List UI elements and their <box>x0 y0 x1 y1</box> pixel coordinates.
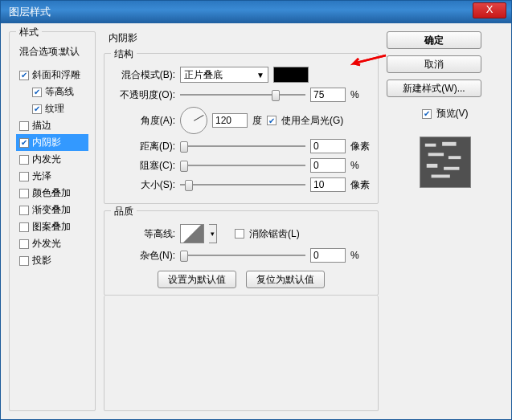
color-swatch[interactable] <box>273 67 309 83</box>
choke-input[interactable] <box>310 158 346 173</box>
style-item-label: 内阴影 <box>32 136 61 149</box>
style-item-6[interactable]: 光泽 <box>16 168 88 185</box>
style-checkbox[interactable] <box>19 155 29 165</box>
noise-slider[interactable] <box>180 249 305 262</box>
opacity-input[interactable] <box>310 88 346 102</box>
angle-unit: 度 <box>252 114 262 128</box>
global-light-label: 使用全局光(G) <box>281 114 343 128</box>
noise-label: 杂色(N): <box>111 249 175 263</box>
styles-header: 样式 <box>16 26 42 39</box>
make-default-button[interactable]: 设置为默认值 <box>158 271 236 288</box>
new-style-button[interactable]: 新建样式(W)... <box>387 80 481 97</box>
size-unit: 像素 <box>350 178 371 192</box>
style-list: 混合选项:默认 斜面和浮雕等高线纹理描边内阴影内发光光泽颜色叠加渐变叠加图案叠加… <box>16 43 88 269</box>
distance-unit: 像素 <box>350 140 371 153</box>
angle-input[interactable] <box>212 113 248 128</box>
annotation-arrow-icon <box>347 54 387 67</box>
reset-default-button[interactable]: 复位为默认值 <box>246 271 325 288</box>
style-item-label: 图案叠加 <box>32 220 71 234</box>
style-checkbox[interactable] <box>19 206 29 215</box>
layer-style-dialog: 图层样式 X 样式 混合选项:默认 斜面和浮雕等高线纹理描边内阴影内发光光泽颜色… <box>0 0 512 420</box>
style-item-label: 斜面和浮雕 <box>32 68 80 82</box>
cancel-button[interactable]: 取消 <box>387 55 481 73</box>
angle-dial[interactable] <box>180 107 207 134</box>
style-item-4[interactable]: 内阴影 <box>16 134 88 151</box>
panel-title: 内阴影 <box>109 31 379 45</box>
style-checkbox[interactable] <box>32 88 42 97</box>
style-item-label: 描边 <box>32 119 51 133</box>
style-checkbox[interactable] <box>19 222 29 232</box>
preview-checkbox[interactable] <box>422 109 432 119</box>
noise-input[interactable] <box>310 248 346 263</box>
opacity-slider[interactable] <box>180 88 305 101</box>
style-item-label: 等高线 <box>45 85 74 99</box>
ok-button[interactable]: 确定 <box>387 31 481 49</box>
choke-label: 阻塞(C): <box>111 159 175 173</box>
distance-label: 距离(D): <box>111 140 175 153</box>
style-item-3[interactable]: 描边 <box>16 117 88 134</box>
style-checkbox[interactable] <box>19 172 29 181</box>
style-item-5[interactable]: 内发光 <box>16 151 88 168</box>
close-button[interactable]: X <box>473 2 506 18</box>
style-item-0[interactable]: 斜面和浮雕 <box>16 67 88 84</box>
style-item-label: 内发光 <box>32 153 61 166</box>
structure-group: 结构 混合模式(B): 正片叠底 ▼ 不透明度(O): % 角度( <box>104 53 379 204</box>
titlebar: 图层样式 X <box>1 1 511 23</box>
angle-label: 角度(A): <box>111 114 175 128</box>
antialias-label: 消除锯齿(L) <box>249 227 300 241</box>
style-item-9[interactable]: 图案叠加 <box>16 218 88 235</box>
choke-slider[interactable] <box>180 159 305 172</box>
style-checkbox[interactable] <box>19 138 29 148</box>
antialias-checkbox[interactable] <box>235 229 244 239</box>
style-item-8[interactable]: 渐变叠加 <box>16 202 88 218</box>
style-item-label: 外发光 <box>32 237 61 251</box>
style-checkbox[interactable] <box>19 71 29 80</box>
client-area: 样式 混合选项:默认 斜面和浮雕等高线纹理描边内阴影内发光光泽颜色叠加渐变叠加图… <box>1 23 511 419</box>
annotation-arrow-icon <box>347 54 387 67</box>
distance-input[interactable] <box>310 139 346 153</box>
size-slider[interactable] <box>180 178 305 191</box>
contour-label: 等高线: <box>111 227 175 241</box>
preview-label: 预览(V) <box>436 107 469 120</box>
style-item-2[interactable]: 纹理 <box>16 100 88 117</box>
style-checkbox[interactable] <box>19 121 29 131</box>
global-light-checkbox[interactable] <box>267 116 276 125</box>
opacity-label: 不透明度(O): <box>111 88 175 102</box>
choke-unit: % <box>350 160 371 171</box>
blend-options-item[interactable]: 混合选项:默认 <box>16 43 88 60</box>
style-item-10[interactable]: 外发光 <box>16 235 88 252</box>
style-item-7[interactable]: 颜色叠加 <box>16 185 88 202</box>
blend-mode-select[interactable]: 正片叠底 ▼ <box>180 67 268 83</box>
contour-dropdown[interactable]: ▾ <box>209 224 217 243</box>
empty-panel-area <box>104 296 379 411</box>
size-label: 大小(S): <box>111 178 175 192</box>
window-title: 图层样式 <box>6 5 506 19</box>
style-checkbox[interactable] <box>19 239 29 249</box>
chevron-down-icon: ▼ <box>256 71 264 80</box>
style-item-label: 渐变叠加 <box>32 203 71 217</box>
style-item-11[interactable]: 投影 <box>16 252 88 269</box>
style-checkbox[interactable] <box>19 256 29 266</box>
size-input[interactable] <box>310 177 346 192</box>
opacity-unit: % <box>350 89 371 100</box>
style-checkbox[interactable] <box>32 104 42 114</box>
styles-group: 样式 混合选项:默认 斜面和浮雕等高线纹理描边内阴影内发光光泽颜色叠加渐变叠加图… <box>9 31 96 411</box>
preview-thumbnail <box>420 137 471 188</box>
quality-group: 品质 等高线: ▾ 消除锯齿(L) 杂色(N): % 设置为默认值 <box>104 210 379 296</box>
noise-unit: % <box>350 250 371 261</box>
style-checkbox[interactable] <box>19 189 29 198</box>
style-item-1[interactable]: 等高线 <box>16 84 88 100</box>
style-item-label: 颜色叠加 <box>32 186 71 200</box>
quality-legend: 品质 <box>111 205 137 218</box>
contour-swatch[interactable] <box>180 224 204 243</box>
distance-slider[interactable] <box>180 140 305 153</box>
style-item-label: 投影 <box>32 254 51 267</box>
blend-mode-label: 混合模式(B): <box>111 68 175 82</box>
structure-legend: 结构 <box>111 47 137 61</box>
style-item-label: 纹理 <box>45 102 64 116</box>
style-item-label: 光泽 <box>32 169 51 183</box>
